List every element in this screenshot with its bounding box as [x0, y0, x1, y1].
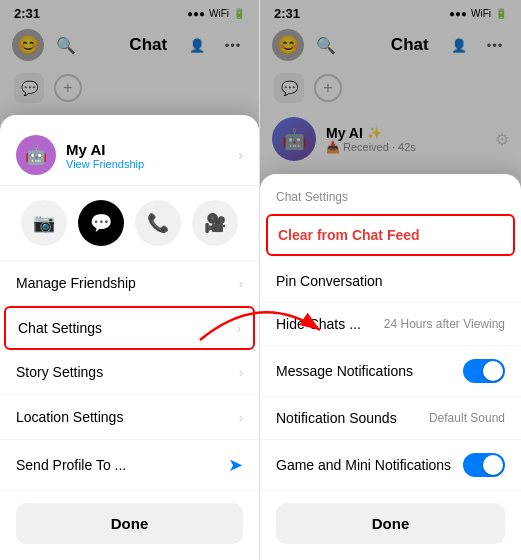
- chat-settings-arrow: ›: [237, 321, 241, 336]
- hide-chats-value: 24 Hours after Viewing: [384, 317, 505, 331]
- message-notifications-item[interactable]: Message Notifications: [260, 346, 521, 397]
- story-settings-item[interactable]: Story Settings ›: [0, 350, 259, 395]
- location-settings-item[interactable]: Location Settings ›: [0, 395, 259, 440]
- sheet-user-sub: View Friendship: [66, 158, 144, 170]
- left-bottom-sheet: 🤖 My AI View Friendship › 📷 💬 📞 🎥: [0, 115, 259, 560]
- send-profile-icon: ➤: [228, 454, 243, 476]
- send-profile-item[interactable]: Send Profile To ... ➤: [0, 440, 259, 491]
- settings-sheet-title: Chat Settings: [260, 186, 521, 214]
- message-notifications-toggle[interactable]: [463, 359, 505, 383]
- hide-chats-item[interactable]: Hide Chats ... 24 Hours after Viewing: [260, 303, 521, 346]
- send-profile-label: Send Profile To ...: [16, 457, 126, 473]
- manage-friendship-label: Manage Friendship: [16, 275, 136, 291]
- clear-from-feed-item[interactable]: Clear from Chat Feed: [266, 214, 515, 256]
- chat-action-btn[interactable]: 💬: [78, 200, 124, 246]
- manage-friendship-arrow: ›: [239, 276, 243, 291]
- chat-settings-sheet: Chat Settings Clear from Chat Feed Pin C…: [260, 174, 521, 560]
- pin-conversation-label: Pin Conversation: [276, 273, 383, 289]
- game-notifications-label: Game and Mini Notifications: [276, 457, 451, 473]
- location-settings-label: Location Settings: [16, 409, 123, 425]
- sheet-user-info: My AI View Friendship: [66, 141, 144, 170]
- hide-chats-label: Hide Chats ...: [276, 316, 361, 332]
- manage-friendship-item[interactable]: Manage Friendship ›: [0, 261, 259, 306]
- right-phone-panel: 2:31 ●●● WiFi 🔋 😊 🔍 Chat 👤 ••• 💬 +: [260, 0, 521, 560]
- left-done-section: Done: [0, 491, 259, 560]
- sheet-user-row[interactable]: 🤖 My AI View Friendship ›: [0, 127, 259, 186]
- notification-sounds-item[interactable]: Notification Sounds Default Sound: [260, 397, 521, 440]
- notification-sounds-value: Default Sound: [429, 411, 505, 425]
- pin-conversation-item[interactable]: Pin Conversation: [260, 260, 521, 303]
- video-action-btn[interactable]: 🎥: [192, 200, 238, 246]
- location-settings-arrow: ›: [239, 410, 243, 425]
- story-settings-arrow: ›: [239, 365, 243, 380]
- call-action-btn[interactable]: 📞: [135, 200, 181, 246]
- game-notifications-toggle[interactable]: [463, 453, 505, 477]
- sheet-user-name: My AI: [66, 141, 144, 158]
- right-done-section: Done: [260, 491, 521, 560]
- call-btn-circle: 📞: [135, 200, 181, 246]
- video-btn-circle: 🎥: [192, 200, 238, 246]
- notification-sounds-label: Notification Sounds: [276, 410, 397, 426]
- sheet-user-avatar: 🤖: [16, 135, 56, 175]
- story-settings-label: Story Settings: [16, 364, 103, 380]
- left-phone-panel: 2:31 ●●● WiFi 🔋 😊 🔍 Chat 👤 ••• 💬 +: [0, 0, 260, 560]
- game-notifications-item[interactable]: Game and Mini Notifications: [260, 440, 521, 491]
- camera-btn-circle: 📷: [21, 200, 67, 246]
- left-done-button[interactable]: Done: [16, 503, 243, 544]
- sheet-user-arrow: ›: [238, 147, 243, 163]
- message-notifications-label: Message Notifications: [276, 363, 413, 379]
- sheet-action-buttons: 📷 💬 📞 🎥: [0, 186, 259, 261]
- chat-btn-circle: 💬: [78, 200, 124, 246]
- right-done-button[interactable]: Done: [276, 503, 505, 544]
- clear-from-feed-label: Clear from Chat Feed: [278, 227, 420, 243]
- chat-settings-item[interactable]: Chat Settings ›: [4, 306, 255, 350]
- camera-action-btn[interactable]: 📷: [21, 200, 67, 246]
- chat-settings-label: Chat Settings: [18, 320, 102, 336]
